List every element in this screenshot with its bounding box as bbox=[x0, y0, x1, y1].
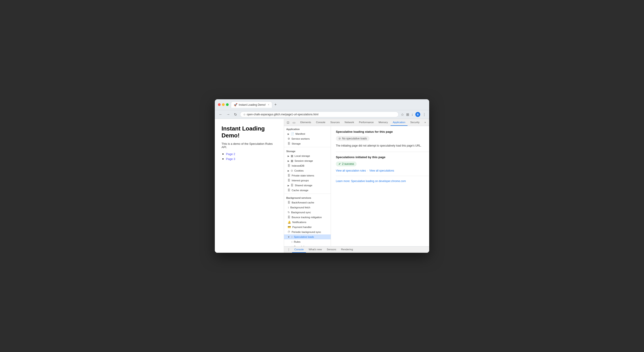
download-icon[interactable]: ↓ bbox=[411, 112, 413, 116]
learn-more-link[interactable]: Learn more: Speculative loading on devel… bbox=[336, 180, 406, 183]
tab-favicon-icon: 🚀 bbox=[234, 103, 237, 106]
payment-handler-label: Payment handler bbox=[292, 226, 312, 228]
extensions-icon[interactable]: ⊞ bbox=[406, 112, 409, 117]
back-button[interactable]: ← bbox=[218, 112, 223, 117]
more-menu-icon[interactable]: ⋮ bbox=[422, 112, 426, 117]
sidebar-item-bounce-tracking[interactable]: 🗄 Bounce tracking mitigation bbox=[284, 215, 331, 220]
devtools-sidebar: Application ▶ 📄 Manifest ⚙ Service worke… bbox=[284, 126, 331, 246]
bfcache-icon: 🗄 bbox=[288, 201, 290, 204]
device-toolbar-icon[interactable]: ▭ bbox=[292, 120, 296, 125]
success-text: 2 success bbox=[342, 162, 354, 166]
panel-links: View all speculation rules · View all sp… bbox=[336, 169, 429, 172]
tab-application[interactable]: Application bbox=[390, 119, 408, 126]
sidebar-item-bfcache[interactable]: 🗄 Back/forward cache bbox=[284, 200, 331, 205]
address-input[interactable]: ⊙ open-chalk-asparagus.glitch.me/page1-u… bbox=[240, 111, 398, 117]
security-icon: ⊙ bbox=[244, 113, 246, 116]
reload-button[interactable]: ↻ bbox=[233, 112, 238, 117]
tab-sensors[interactable]: Sensors bbox=[324, 247, 338, 253]
page-content: Instant Loading Demo! This is a demo of … bbox=[215, 119, 284, 253]
no-loads-badge: ⊘ No speculative loads bbox=[336, 136, 370, 141]
view-speculations-link[interactable]: View all speculations bbox=[369, 169, 394, 172]
view-rules-link[interactable]: View all speculation rules bbox=[336, 169, 366, 172]
interest-groups-label: Interest groups bbox=[292, 179, 309, 182]
shared-storage-icon: 🗄 bbox=[291, 184, 294, 187]
sidebar-item-private-state-tokens[interactable]: 🗄 Private state tokens bbox=[284, 173, 331, 178]
avatar[interactable]: B bbox=[415, 112, 420, 117]
sidebar-item-indexeddb[interactable]: 🗄 IndexedDB bbox=[284, 163, 331, 168]
close-button[interactable] bbox=[218, 103, 220, 106]
local-storage-label: Local storage bbox=[294, 155, 310, 157]
session-storage-label: Session storage bbox=[294, 159, 313, 162]
browser-tab[interactable]: 🚀 Instant Loading Demo! × bbox=[231, 101, 272, 108]
maximize-button[interactable] bbox=[226, 103, 229, 106]
tab-performance[interactable]: Performance bbox=[357, 119, 376, 126]
sidebar-item-cookies[interactable]: ▶ ⊙ Cookies bbox=[284, 168, 331, 173]
shared-storage-arrow-icon: ▶ bbox=[288, 184, 290, 187]
sidebar-item-local-storage[interactable]: ▶ ▦ Local storage bbox=[284, 153, 331, 158]
sidebar-item-service-workers[interactable]: ⚙ Service workers bbox=[284, 136, 331, 141]
tab-console-bottom[interactable]: Console bbox=[292, 247, 306, 253]
sidebar-item-session-storage[interactable]: ▶ ▦ Session storage bbox=[284, 158, 331, 163]
sidebar-item-bg-fetch[interactable]: ↕ Background fetch bbox=[284, 205, 331, 210]
notifications-label: Notifications bbox=[292, 221, 306, 224]
forward-button[interactable]: → bbox=[226, 112, 231, 117]
cookies-icon: ⊙ bbox=[291, 169, 293, 172]
page3-link[interactable]: Page 3 bbox=[226, 157, 235, 161]
tab-bar: 🚀 Instant Loading Demo! × + bbox=[231, 101, 426, 108]
sidebar-item-storage[interactable]: 🗄 Storage bbox=[284, 141, 331, 146]
sidebar-item-interest-groups[interactable]: 🗄 Interest groups bbox=[284, 178, 331, 183]
new-tab-button[interactable]: + bbox=[273, 102, 278, 107]
list-item: Page 2 bbox=[226, 152, 277, 156]
tab-sources[interactable]: Sources bbox=[328, 119, 342, 126]
private-state-tokens-icon: 🗄 bbox=[288, 174, 290, 177]
tab-elements[interactable]: Elements bbox=[298, 119, 313, 126]
sidebar-divider-2 bbox=[284, 194, 331, 194]
minimize-button[interactable] bbox=[222, 103, 225, 106]
page2-link[interactable]: Page 2 bbox=[226, 152, 235, 156]
sidebar-item-speculative-loads[interactable]: ▼ ↕ Speculative loads bbox=[284, 234, 331, 239]
bg-services-section-label: Background services bbox=[284, 195, 331, 200]
tab-network[interactable]: Network bbox=[342, 119, 356, 126]
session-storage-arrow-icon: ▶ bbox=[288, 160, 290, 162]
devtools-body: Application ▶ 📄 Manifest ⚙ Service worke… bbox=[284, 126, 429, 246]
tab-whats-new[interactable]: What's new bbox=[306, 247, 324, 253]
local-storage-icon: ▦ bbox=[291, 154, 293, 157]
devtools-panel: ⊡ ▭ Elements Console Sources Network Per… bbox=[284, 119, 429, 253]
tab-rendering[interactable]: Rendering bbox=[339, 247, 355, 253]
bottom-menu-icon[interactable]: ⋮ bbox=[286, 247, 292, 252]
sidebar-item-periodic-bg-sync[interactable]: ⏱ Periodic background sync bbox=[284, 230, 331, 234]
inspect-element-icon[interactable]: ⊡ bbox=[286, 120, 290, 125]
sidebar-item-rules[interactable]: ↕ Rules bbox=[284, 239, 331, 244]
sidebar-item-speculations[interactable]: ↕ Speculations bbox=[284, 244, 331, 246]
rules-icon: ↕ bbox=[291, 240, 292, 243]
application-section-label: Application bbox=[284, 126, 331, 131]
periodic-bg-sync-label: Periodic background sync bbox=[292, 231, 321, 233]
tab-close-icon[interactable]: × bbox=[268, 103, 269, 106]
page-title: Instant Loading Demo! bbox=[222, 125, 277, 139]
tab-more[interactable]: » bbox=[422, 119, 428, 126]
sidebar-item-cache-storage[interactable]: 🗄 Cache storage bbox=[284, 188, 331, 193]
storage-label: Storage bbox=[292, 142, 300, 145]
context-selector[interactable]: Main ▾ bbox=[428, 119, 429, 126]
bookmark-icon[interactable]: ☆ bbox=[401, 112, 404, 117]
interest-groups-icon: 🗄 bbox=[288, 179, 290, 182]
sidebar-item-shared-storage[interactable]: ▶ 🗄 Shared storage bbox=[284, 183, 331, 188]
bg-fetch-label: Background fetch bbox=[290, 206, 310, 209]
sidebar-item-payment-handler[interactable]: 💳 Payment handler bbox=[284, 225, 331, 230]
bg-fetch-icon: ↕ bbox=[288, 206, 289, 209]
address-text: open-chalk-asparagus.glitch.me/page1-url… bbox=[247, 113, 395, 116]
speculative-loads-arrow-icon: ▼ bbox=[288, 236, 290, 238]
tab-title: Instant Loading Demo! bbox=[239, 103, 266, 106]
tab-memory[interactable]: Memory bbox=[376, 119, 390, 126]
payment-handler-icon: 💳 bbox=[288, 226, 291, 229]
sidebar-item-manifest[interactable]: ▶ 📄 Manifest bbox=[284, 131, 331, 136]
success-badge: ✔ 2 success bbox=[336, 161, 356, 166]
toolbar-icons: ☆ ⊞ ↓ B ⋮ bbox=[401, 112, 426, 117]
sidebar-item-notifications[interactable]: 🔔 Notifications bbox=[284, 220, 331, 225]
tab-console[interactable]: Console bbox=[314, 119, 328, 126]
manifest-label: Manifest bbox=[296, 132, 305, 135]
main-content: Instant Loading Demo! This is a demo of … bbox=[215, 119, 429, 253]
page-description: This is a demo of the Speculation Rules … bbox=[222, 142, 277, 149]
sidebar-item-bg-sync[interactable]: ↻ Background sync bbox=[284, 210, 331, 215]
tab-security[interactable]: Security bbox=[408, 119, 422, 126]
